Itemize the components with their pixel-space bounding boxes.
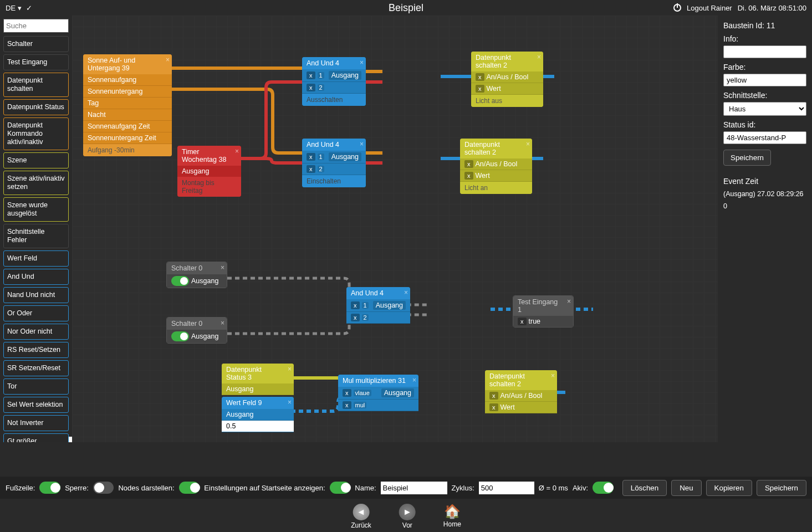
node-output[interactable]: Nacht xyxy=(83,109,172,121)
close-icon[interactable]: × xyxy=(412,376,416,384)
node-sonne[interactable]: Sonne Auf- und Untergang 39× Sonnenaufga… xyxy=(83,54,172,156)
palette-item[interactable]: RS Reset/Setzen xyxy=(3,342,69,358)
toggle[interactable] xyxy=(171,331,189,341)
close-icon[interactable]: × xyxy=(551,372,555,380)
palette-item[interactable]: Schalter xyxy=(3,36,69,52)
palette-item[interactable]: Schnittstelle Fehler xyxy=(3,224,69,248)
node-schalter-2[interactable]: Schalter 0× Ausgang xyxy=(166,317,227,344)
nav-zurueck[interactable]: ◄Zurück xyxy=(351,504,371,529)
close-icon[interactable]: × xyxy=(235,147,239,155)
neu-button[interactable]: Neu xyxy=(671,480,701,496)
page-title: Beispiel xyxy=(389,2,423,14)
node-test-eingang[interactable]: Test Eingang 1× xtrue xyxy=(513,295,574,328)
fusszeile-toggle[interactable] xyxy=(39,482,60,494)
node-and-3[interactable]: And Und 4× x1Ausgang x2 xyxy=(346,287,410,324)
close-icon[interactable]: × xyxy=(288,398,292,406)
close-icon[interactable]: × xyxy=(537,53,541,61)
canvas[interactable]: Sonne Auf- und Untergang 39× Sonnenaufga… xyxy=(72,16,718,442)
properties-panel: Baustein Id: 11 Info: Farbe: Schnittstel… xyxy=(718,16,812,442)
palette-item[interactable]: Test Eingang xyxy=(3,54,69,70)
lang-selector[interactable]: DE ▾ xyxy=(6,4,22,12)
toggle[interactable] xyxy=(171,276,189,286)
palette-sidebar: SchalterTest EingangDatenpunkt schaltenD… xyxy=(0,16,72,442)
node-schalter-1[interactable]: Schalter 0× Ausgang xyxy=(166,262,227,288)
node-dp-schalten-2[interactable]: Datenpunkt schalten 2× xAn/Aus / Bool xW… xyxy=(460,139,532,194)
node-and-1[interactable]: And Und 4× x1Ausgang x2 Ausschalten xyxy=(302,57,366,106)
bottom-nav: ◄Zurück ►Vor 🏠Home xyxy=(351,504,461,529)
loeschen-button[interactable]: Löschen xyxy=(622,480,667,496)
nav-vor[interactable]: ►Vor xyxy=(399,504,416,529)
close-icon[interactable]: × xyxy=(166,56,170,64)
palette-item[interactable]: SR Setzen/Reset xyxy=(3,360,69,376)
kopieren-button[interactable]: Kopieren xyxy=(706,480,752,496)
node-and-2[interactable]: And Und 4× x1Ausgang x2 Einschalten xyxy=(302,139,366,187)
node-dp-schalten-1[interactable]: Datenpunkt schalten 2× xAn/Aus / Bool xW… xyxy=(471,52,543,107)
palette-item[interactable]: Or Oder xyxy=(3,305,69,321)
node-wert-feld[interactable]: Wert Feld 9× Ausgang 0.5 xyxy=(222,397,294,432)
close-icon[interactable]: × xyxy=(221,264,224,272)
node-output[interactable]: Sonnenuntergang Zeit xyxy=(83,132,172,144)
palette-item[interactable]: Nand Und nicht xyxy=(3,287,69,303)
close-icon[interactable]: × xyxy=(526,140,530,148)
palette-item[interactable]: Szene xyxy=(3,152,69,168)
aktiv-toggle[interactable] xyxy=(593,482,614,494)
palette-item[interactable]: Nor Oder nicht xyxy=(3,324,69,340)
save-button[interactable]: Speichern xyxy=(723,150,771,166)
close-icon[interactable]: × xyxy=(221,319,224,327)
palette-item[interactable]: And Und xyxy=(3,269,69,285)
palette-item[interactable]: Datenpunkt schalten xyxy=(3,73,69,97)
node-output[interactable]: Sonnenuntergang xyxy=(83,86,172,98)
palette-item[interactable]: Gt größer xyxy=(3,433,69,442)
footer-toolbar: Fußzeile: Sperre: Nodes darstellen: Eins… xyxy=(0,477,812,499)
baustein-id: Baustein Id: 11 xyxy=(723,21,806,30)
nav-home[interactable]: 🏠Home xyxy=(443,504,461,529)
search-input[interactable] xyxy=(3,19,69,33)
close-icon[interactable]: × xyxy=(404,289,408,296)
schnittstelle-select[interactable]: Haus xyxy=(723,102,806,116)
node-output[interactable]: Sonnenaufgang Zeit xyxy=(83,121,172,132)
palette-item[interactable]: Datenpunkt Status xyxy=(3,99,69,115)
close-icon[interactable]: × xyxy=(567,298,571,305)
status-id-input[interactable] xyxy=(723,131,806,144)
power-icon[interactable] xyxy=(673,4,681,12)
node-timer[interactable]: Timer Wochentag 38× Ausgang Montag bis F… xyxy=(177,146,241,197)
check-icon[interactable]: ✓ xyxy=(26,4,32,12)
zyklus-input[interactable] xyxy=(479,482,534,494)
palette-item[interactable]: Sel Wert selektion xyxy=(3,397,69,413)
datetime: Di. 06. März 08:51:00 xyxy=(738,4,806,12)
farbe-input[interactable] xyxy=(723,74,806,86)
node-mul[interactable]: Mul multiplizieren 31× xvlaueAusgang xmu… xyxy=(338,375,418,411)
topbar: DE ▾ ✓ Beispiel Logout Rainer Di. 06. Mä… xyxy=(0,0,812,16)
close-icon[interactable]: × xyxy=(288,365,292,373)
close-icon[interactable]: × xyxy=(360,140,364,148)
startseite-toggle[interactable] xyxy=(330,482,351,494)
info-input[interactable] xyxy=(723,45,806,58)
node-output[interactable]: Tag xyxy=(83,98,172,109)
close-icon[interactable]: × xyxy=(360,59,364,66)
palette-item[interactable]: Tor xyxy=(3,378,69,395)
palette-item[interactable]: Szene aktiv/inaktiv setzen xyxy=(3,171,69,195)
node-dp-schalten-3[interactable]: Datenpunkt schalten 2× xAn/Aus / Bool xW… xyxy=(485,370,557,413)
palette-item[interactable]: Not Inverter xyxy=(3,415,69,431)
node-dp-status[interactable]: Datenpunkt Status 3× Ausgang xyxy=(222,364,294,395)
nodes-darstellen-toggle[interactable] xyxy=(179,482,200,494)
palette-item[interactable]: Szene wurde ausgelöst xyxy=(3,197,69,222)
speichern-button[interactable]: Speichern xyxy=(757,480,806,496)
logout-link[interactable]: Logout Rainer xyxy=(687,4,732,12)
palette-item[interactable]: Datenpunkt Kommando aktiv/inaktiv xyxy=(3,117,69,150)
name-input[interactable] xyxy=(381,482,447,494)
sperre-toggle[interactable] xyxy=(93,482,114,494)
palette-item[interactable]: Wert Feld xyxy=(3,250,69,267)
node-output[interactable]: Sonnenaufgang xyxy=(83,74,172,86)
